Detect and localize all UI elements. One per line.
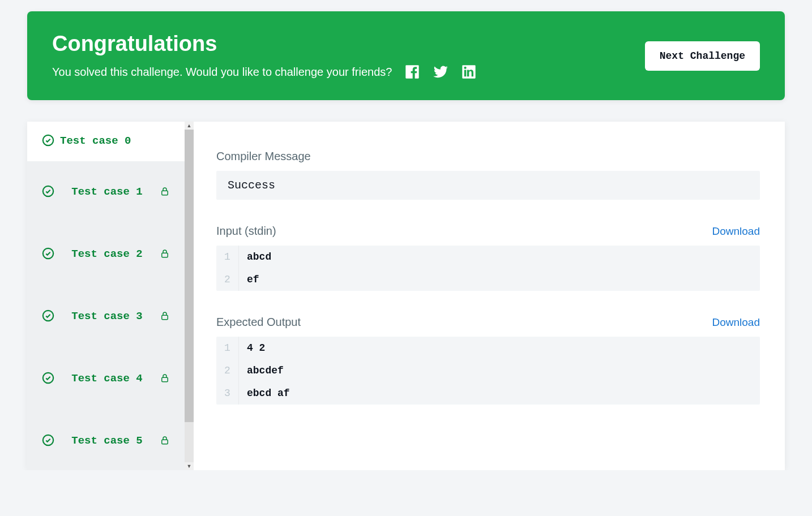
sidebar-scrollbar[interactable]: ▲ ▼	[185, 122, 194, 470]
lock-icon	[160, 435, 170, 448]
linkedin-icon[interactable]	[461, 64, 477, 80]
testcase-item-2[interactable]: Test case 2	[27, 223, 185, 286]
input-code-box: 1abcd2ef	[216, 246, 760, 291]
svg-rect-8	[162, 377, 168, 382]
output-line: 3ebcd af	[216, 382, 760, 405]
testcase-label: Test case 3	[60, 310, 154, 324]
lock-icon	[160, 186, 170, 199]
output-code-box: 14 22abcdef3ebcd af	[216, 337, 760, 405]
line-text: abcdef	[239, 359, 292, 382]
line-number: 1	[216, 337, 239, 359]
testcase-label: Test case 2	[60, 248, 154, 261]
compiler-section: Compiler Message Success	[216, 150, 760, 200]
input-section: Input (stdin) Download 1abcd2ef	[216, 225, 760, 291]
check-icon	[42, 309, 54, 324]
testcase-item-1[interactable]: Test case 1	[27, 161, 185, 223]
testcase-sidebar[interactable]: Test case 0Test case 1Test case 2Test ca…	[27, 122, 185, 470]
check-icon	[42, 185, 54, 200]
check-icon	[42, 434, 54, 449]
testcase-label: Test case 4	[60, 372, 154, 386]
twitter-icon[interactable]	[433, 64, 448, 80]
scroll-up-icon[interactable]: ▲	[187, 122, 192, 130]
scroll-track[interactable]	[185, 130, 194, 462]
output-line: 2abcdef	[216, 359, 760, 382]
congrats-banner: Congratulations You solved this challeng…	[27, 11, 785, 100]
output-line: 14 2	[216, 337, 760, 359]
line-text: abcd	[239, 246, 279, 268]
facebook-icon[interactable]	[404, 64, 420, 80]
lock-icon	[160, 373, 170, 385]
svg-rect-4	[162, 253, 168, 257]
line-number: 1	[216, 246, 239, 268]
download-output-link[interactable]: Download	[712, 316, 760, 329]
input-line: 2ef	[216, 268, 760, 291]
check-icon	[42, 372, 54, 386]
line-text: ef	[239, 268, 267, 291]
testcase-label: Test case 0	[60, 135, 170, 148]
line-text: 4 2	[239, 337, 273, 359]
banner-title: Congratulations	[52, 32, 477, 56]
compiler-title: Compiler Message	[216, 150, 311, 163]
scroll-down-icon[interactable]: ▼	[187, 462, 192, 470]
testcase-label: Test case 1	[60, 186, 154, 199]
compiler-message: Success	[216, 171, 760, 200]
testcase-item-5[interactable]: Test case 5	[27, 410, 185, 470]
output-title: Expected Output	[216, 316, 301, 329]
testcase-item-4[interactable]: Test case 4	[27, 348, 185, 410]
testcase-label: Test case 5	[60, 435, 154, 448]
svg-rect-6	[162, 315, 168, 320]
line-text: ebcd af	[239, 382, 298, 405]
input-title: Input (stdin)	[216, 225, 276, 238]
svg-rect-2	[162, 191, 168, 195]
banner-row: You solved this challenge. Would you lik…	[52, 64, 477, 80]
check-icon	[42, 134, 54, 149]
svg-rect-10	[162, 440, 168, 444]
line-number: 3	[216, 382, 239, 405]
banner-left: Congratulations You solved this challeng…	[52, 32, 477, 80]
results-panel: Test case 0Test case 1Test case 2Test ca…	[27, 122, 785, 470]
lock-icon	[160, 248, 170, 261]
input-line: 1abcd	[216, 246, 760, 268]
line-number: 2	[216, 359, 239, 382]
output-section: Expected Output Download 14 22abcdef3ebc…	[216, 316, 760, 405]
next-challenge-button[interactable]: Next Challenge	[645, 41, 760, 71]
check-icon	[42, 247, 54, 262]
banner-subtitle: You solved this challenge. Would you lik…	[52, 66, 392, 79]
download-input-link[interactable]: Download	[712, 225, 760, 238]
scroll-thumb[interactable]	[185, 130, 194, 422]
testcase-detail: Compiler Message Success Input (stdin) D…	[185, 122, 785, 470]
line-number: 2	[216, 268, 239, 291]
testcase-item-3[interactable]: Test case 3	[27, 286, 185, 348]
testcase-item-0[interactable]: Test case 0	[27, 122, 185, 161]
lock-icon	[160, 311, 170, 323]
social-links	[404, 64, 477, 80]
